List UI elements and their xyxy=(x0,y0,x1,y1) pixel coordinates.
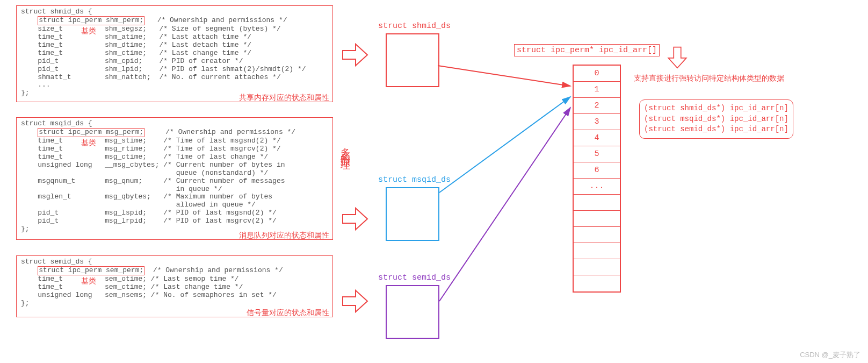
arr-cell xyxy=(574,211,620,227)
msqid-ds-code: struct msqid_ds { struct ipc_perm msg_pe… xyxy=(16,117,333,240)
code-line: unsigned long sem_nsems; /* No. of semap… xyxy=(21,291,330,300)
sem-perm-box: struct ipc_perm sem_perm; xyxy=(38,266,144,275)
arr-cell: 0 xyxy=(574,66,620,82)
msg-perm-comment: /* Ownership and permissions */ xyxy=(144,128,295,136)
shm-decl: struct shmid_ds { xyxy=(21,8,330,16)
shmid-ds-code: struct shmid_ds { struct ipc_perm shm_pe… xyxy=(16,5,333,102)
code-line: pid_t shm_cpid; /* PID of creator */ xyxy=(21,58,330,66)
shm-perm-comment: /* Ownership and permissions */ xyxy=(144,16,287,24)
arr-cell: ... xyxy=(574,179,620,195)
code-line: }; xyxy=(21,300,330,308)
code-line: ... xyxy=(21,81,330,89)
code-line: msglen_t msg_qbytes; /* Maximum number o… xyxy=(21,193,330,201)
hollow-arrow-down xyxy=(666,46,689,69)
arr-cell: 5 xyxy=(574,146,620,162)
code-line: time_t msg_ctime; /* Time of last change… xyxy=(21,153,330,161)
sem-perm-line: struct ipc_perm sem_perm; /* Ownership a… xyxy=(21,266,330,275)
arr-cell xyxy=(574,275,620,291)
sem-decl: struct semid_ds { xyxy=(21,258,330,266)
hollow-arrow-3 xyxy=(342,289,368,313)
shmid-ds-title: struct shmid_ds xyxy=(378,22,451,31)
semid-ds-box xyxy=(386,285,439,339)
code-line: in queue */ xyxy=(21,186,330,194)
code-line: time_t sem_otime; /* Last semop time */ xyxy=(21,275,330,283)
msg-perm-box: struct ipc_perm msg_perm; xyxy=(38,128,144,137)
code-line: allowed in queue */ xyxy=(21,201,330,209)
code-line: time_t msg_stime; /* Time of last msgsnd… xyxy=(21,137,330,145)
cast-line: (struct msqid_ds*) ipc_id_arr[n] xyxy=(644,114,789,125)
code-line: pid_t shm_lpid; /* PID of last shmat(2)/… xyxy=(21,66,330,74)
cast-box: (struct shmid_ds*) ipc_id_arr[n](struct … xyxy=(639,99,793,139)
code-line: shmatt_t shm_nattch; /* No. of current a… xyxy=(21,74,330,82)
sem-perm-comment: /* Ownership and permissions */ xyxy=(144,266,283,274)
shm-perm-line: struct ipc_perm shm_perm; /* Ownership a… xyxy=(21,16,330,25)
arr-cell: 3 xyxy=(574,114,620,130)
shm-base-label: 基类 xyxy=(81,26,96,35)
semid-ds-code: struct semid_ds { struct ipc_perm sem_pe… xyxy=(16,255,333,317)
semid-ds-title: struct semid_ds xyxy=(378,273,451,282)
sem-note: 信号量对应的状态和属性 xyxy=(247,308,329,317)
arr-cell: 1 xyxy=(574,82,620,98)
msg-perm-line: struct ipc_perm msg_perm; /* Ownership a… xyxy=(21,128,330,137)
code-line: time_t msg_rtime; /* Time of last msgrcv… xyxy=(21,145,330,153)
shm-note: 共享内存对应的状态和属性 xyxy=(239,93,329,102)
code-line: time_t shm_atime; /* Last attach time */ xyxy=(21,33,330,41)
cast-line: (struct semid_ds*) ipc_id_arr[n] xyxy=(644,124,789,135)
code-line: size_t shm_segsz; /* Size of segment (by… xyxy=(21,25,330,33)
ipc-arr-table: 0123456... xyxy=(573,65,621,293)
hollow-arrow-2 xyxy=(342,207,368,231)
svg-line-2 xyxy=(439,108,570,301)
code-line: msgqnum_t msg_qnum; /* Current number of… xyxy=(21,177,330,186)
ipc-arr-title: struct ipc_perm* ipc_id_arr[] xyxy=(514,44,660,56)
note-right: 支持直接进行强转访问特定结构体类型的数据 xyxy=(634,74,784,83)
svg-line-1 xyxy=(439,97,570,193)
code-line: time_t shm_ctime; /* Last change time */ xyxy=(21,49,330,58)
code-line: pid_t msg_lspid; /* PID of last msgsnd(2… xyxy=(21,209,330,217)
msqid-ds-box xyxy=(386,187,439,241)
arr-cell: 4 xyxy=(574,130,620,146)
sem-base-label: 基类 xyxy=(81,276,96,285)
vertical-annotation: 多态的原理 xyxy=(339,140,352,156)
arr-cell xyxy=(574,259,620,275)
code-line: pid_t msg_lrpid; /* PID of last msgrcv(2… xyxy=(21,217,330,225)
arr-cell xyxy=(574,243,620,259)
msg-decl: struct msqid_ds { xyxy=(21,120,330,128)
code-line: time_t sem_ctime; /* Last change time */ xyxy=(21,283,330,291)
arr-cell xyxy=(574,195,620,211)
svg-line-0 xyxy=(438,66,570,86)
msg-note: 消息队列对应的状态和属性 xyxy=(239,231,329,239)
code-line: unsigned long __msg_cbytes; /* Current n… xyxy=(21,161,330,169)
msqid-ds-title: struct msqid_ds xyxy=(378,175,451,184)
code-line: queue (nonstandard) */ xyxy=(21,169,330,177)
hollow-arrow-1 xyxy=(342,43,368,67)
shm-perm-box: struct ipc_perm shm_perm; xyxy=(38,16,144,25)
watermark: CSDN @_麦子熟了 xyxy=(800,350,860,360)
cast-line: (struct shmid_ds*) ipc_id_arr[n] xyxy=(644,103,789,114)
arr-cell: 6 xyxy=(574,162,620,179)
arr-cell xyxy=(574,227,620,243)
msg-base-label: 基类 xyxy=(81,138,96,147)
arr-cell: 2 xyxy=(574,98,620,114)
shmid-ds-box xyxy=(386,33,439,87)
code-line: time_t shm_dtime; /* Last detach time */ xyxy=(21,41,330,49)
